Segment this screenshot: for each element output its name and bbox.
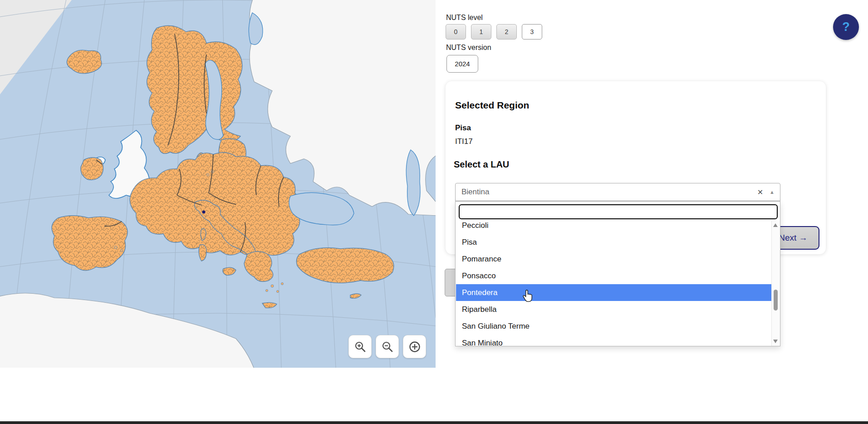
scroll-up-icon[interactable] xyxy=(773,223,778,227)
lau-option[interactable]: San Miniato xyxy=(456,335,772,345)
nuts-version-button[interactable]: 2024 xyxy=(446,55,478,73)
map-canvas xyxy=(0,0,436,368)
lau-option[interactable]: San Giuliano Terme xyxy=(456,318,772,335)
hand-cursor-icon xyxy=(523,290,534,302)
lau-option[interactable]: Pisa xyxy=(456,234,772,251)
lau-option[interactable]: Pomarance xyxy=(456,251,772,267)
magnifier-plus-icon xyxy=(354,341,366,353)
next-button-label: Next → xyxy=(779,233,807,243)
region-name: Pisa xyxy=(455,123,471,133)
lau-option-list: PeccioliPisaPomarancePonsaccoPontederaRi… xyxy=(456,221,772,345)
map-reset-view-button[interactable] xyxy=(403,335,426,358)
nuts-level-label: NUTS level xyxy=(446,14,483,22)
select-lau-heading: Select a LAU xyxy=(454,159,509,170)
magnifier-minus-icon xyxy=(382,341,393,353)
bottom-bar xyxy=(0,421,868,424)
question-mark-icon: ? xyxy=(842,20,850,34)
lau-option[interactable]: Riparbella xyxy=(456,301,772,318)
clear-selection-icon[interactable]: ✕ xyxy=(757,188,763,197)
lau-dropdown-panel: PeccioliPisaPomarancePonsaccoPontederaRi… xyxy=(455,201,780,346)
scroll-down-icon[interactable] xyxy=(773,340,778,343)
region-code: ITI17 xyxy=(455,137,473,146)
lau-option[interactable]: Ponsacco xyxy=(456,267,772,284)
nuts-level-button-1[interactable]: 1 xyxy=(471,24,491,39)
chevron-up-icon[interactable]: ▲ xyxy=(770,189,775,195)
nuts-level-button-2[interactable]: 2 xyxy=(496,24,517,39)
dropdown-scrollbar[interactable] xyxy=(771,221,780,346)
help-button[interactable]: ? xyxy=(833,14,859,40)
nuts-level-button-0[interactable]: 0 xyxy=(446,24,466,39)
europe-nuts-map[interactable] xyxy=(0,0,436,368)
app-page: NUTS level 0123 NUTS version 2024 ? Sele… xyxy=(0,0,868,424)
lau-option[interactable]: Peccioli xyxy=(456,221,772,234)
lau-combobox[interactable]: Bientina ✕ ▲ xyxy=(455,183,780,201)
nuts-version-label: NUTS version xyxy=(446,44,491,52)
selected-region-heading: Selected Region xyxy=(455,100,529,111)
circle-plus-icon xyxy=(408,340,421,353)
selected-lau-marker xyxy=(202,211,206,214)
scrollbar-thumb[interactable] xyxy=(774,290,778,311)
nuts-level-button-3[interactable]: 3 xyxy=(522,24,542,39)
lau-option-highlighted[interactable]: Pontedera xyxy=(456,284,772,301)
map-zoom-out-button[interactable] xyxy=(376,335,399,358)
nuts-level-group: 0123 xyxy=(446,24,542,39)
map-zoom-in-button[interactable] xyxy=(348,335,372,358)
lau-search-input[interactable] xyxy=(459,204,778,219)
combobox-selected-value: Bientina xyxy=(461,187,757,197)
